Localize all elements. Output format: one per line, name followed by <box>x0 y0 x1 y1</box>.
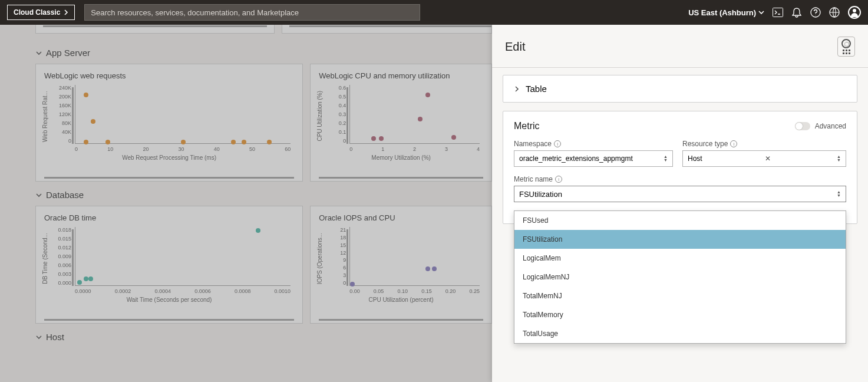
resource-type-value: Host <box>688 154 702 163</box>
dropdown-option[interactable]: TotalUsage <box>514 324 846 343</box>
resource-type-label: Resource type i <box>682 140 846 148</box>
region-selector[interactable]: US East (Ashburn) <box>688 8 764 17</box>
dropdown-option[interactable]: FSUsed <box>514 211 846 230</box>
life-ring-icon <box>841 39 851 48</box>
chevron-down-icon <box>758 11 764 15</box>
metric-name-dropdown[interactable]: FSUsedFSUtilizationLogicalMemLogicalMemN… <box>514 210 846 344</box>
metric-name-combobox[interactable]: ▲▼ <box>514 186 846 202</box>
tenant-label: Cloud Classic <box>14 8 60 17</box>
namespace-select[interactable]: oracle_metric_extensions_appmgmt ▲▼ <box>514 150 673 167</box>
dropdown-option[interactable]: LogicalMem <box>514 249 846 268</box>
spinner-icon: ▲▼ <box>660 155 668 162</box>
help-icon[interactable] <box>810 7 821 18</box>
namespace-label: Namespace i <box>514 140 673 148</box>
toggle-switch-icon <box>795 122 810 130</box>
metric-name-input[interactable] <box>519 190 833 199</box>
search-placeholder: Search resources, services, documentatio… <box>91 8 299 17</box>
dropdown-option[interactable]: TotalMemory <box>514 305 846 324</box>
dropdown-option[interactable]: FSUtilization <box>514 230 846 249</box>
info-icon[interactable]: i <box>555 176 562 183</box>
metric-section: Metric Advanced Namespace i oracle_metri… <box>503 111 857 224</box>
grip-icon <box>843 50 850 54</box>
header-right: US East (Ashburn) <box>688 6 861 19</box>
clear-icon[interactable]: ✕ <box>761 154 774 163</box>
notifications-icon[interactable] <box>791 7 802 18</box>
region-label: US East (Ashburn) <box>688 8 756 17</box>
dropdown-option[interactable]: TotalMemNJ <box>514 286 846 305</box>
global-search-input[interactable]: Search resources, services, documentatio… <box>84 4 420 21</box>
dropdown-option[interactable]: LogicalMemNJ <box>514 268 846 286</box>
svg-rect-0 <box>773 8 783 17</box>
panel-title: Edit <box>505 40 525 54</box>
metric-name-label: Metric name i <box>514 175 846 183</box>
metric-name-label-text: Metric name <box>514 175 553 183</box>
table-accordion-label: Table <box>526 84 547 94</box>
table-accordion[interactable]: Table <box>503 75 857 103</box>
main-surface: Memory Usage (GB) Running Servers (count… <box>0 25 868 382</box>
advanced-label: Advanced <box>815 122 846 130</box>
panel-header: Edit <box>492 25 868 68</box>
edit-panel: Edit Table Metric Advanced <box>492 25 868 382</box>
spinner-icon: ▲▼ <box>833 190 841 197</box>
spinner-icon: ▲▼ <box>833 155 841 162</box>
panel-body: Table Metric Advanced Namespace i <box>492 68 868 231</box>
info-icon[interactable]: i <box>554 140 561 147</box>
namespace-label-text: Namespace <box>514 140 552 148</box>
chevron-right-icon <box>64 9 68 15</box>
chevron-right-icon <box>514 85 520 93</box>
namespace-value: oracle_metric_extensions_appmgmt <box>519 154 633 163</box>
cloud-shell-icon[interactable] <box>773 7 783 18</box>
resource-type-select[interactable]: Host ✕ ▲▼ <box>682 150 846 167</box>
profile-avatar-icon[interactable] <box>848 6 861 19</box>
tenant-chip[interactable]: Cloud Classic <box>7 5 75 20</box>
globe-icon[interactable] <box>829 7 840 18</box>
resource-type-label-text: Resource type <box>682 140 728 148</box>
help-widget-button[interactable] <box>837 37 855 57</box>
info-icon[interactable]: i <box>730 140 737 147</box>
advanced-toggle[interactable]: Advanced <box>795 122 846 130</box>
header-bar: Cloud Classic Search resources, services… <box>0 0 868 25</box>
metric-section-title: Metric <box>514 121 540 131</box>
